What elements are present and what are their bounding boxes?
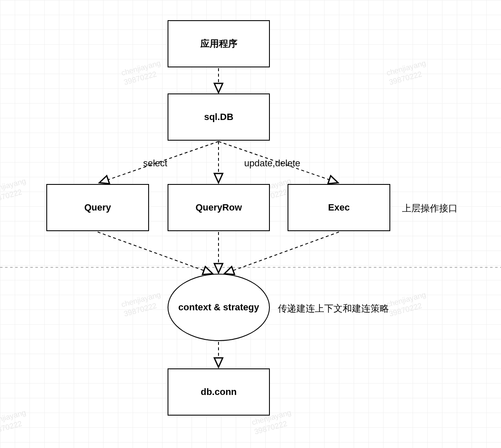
node-query-label: Query <box>84 202 111 213</box>
node-context-strategy: context & strategy <box>168 274 270 341</box>
node-dbconn: db.conn <box>168 368 270 416</box>
node-context-label: context & strategy <box>179 302 259 313</box>
node-app-label: 应用程序 <box>200 37 237 50</box>
annotation-conn-strategy: 传递建连上下文和建连策略 <box>278 302 389 315</box>
node-sqldb: sql.DB <box>168 93 270 141</box>
node-exec-label: Exec <box>328 202 349 213</box>
node-exec: Exec <box>288 184 390 231</box>
node-queryrow-label: QueryRow <box>195 202 242 213</box>
node-query: Query <box>46 184 149 231</box>
edge-update-delete-label: update,delete <box>244 158 300 169</box>
node-sqldb-label: sql.DB <box>204 112 234 123</box>
node-dbconn-label: db.conn <box>201 387 237 397</box>
node-queryrow: QueryRow <box>168 184 270 231</box>
node-app: 应用程序 <box>168 20 270 67</box>
annotation-upper-api: 上层操作接口 <box>402 202 458 215</box>
edge-select-label: select <box>143 158 167 169</box>
